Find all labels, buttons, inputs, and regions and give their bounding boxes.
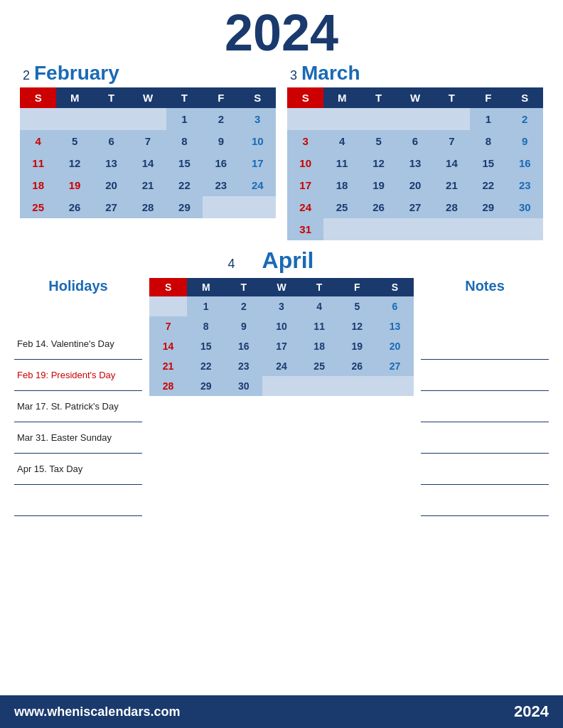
table-row: 28 29 30 (149, 376, 414, 396)
footer-url: www.wheniscalendars.com (14, 705, 180, 719)
table-row: 1 2 3 (20, 108, 276, 130)
mar-cell: 1 (470, 108, 506, 130)
apr-cell: 27 (376, 356, 414, 376)
april-layout: Holidays Feb 14. Valentine's Day Feb 19:… (14, 278, 549, 516)
april-calendar: S M T W T F S 1 2 (149, 278, 414, 396)
feb-th-m: M (56, 87, 92, 108)
holiday-item-3: Mar 17. St. Patrick's Day (14, 391, 142, 422)
mar-cell: 12 (360, 152, 397, 174)
table-row: 7 8 9 10 11 12 13 (149, 316, 414, 336)
mar-cell: 8 (470, 130, 506, 152)
apr-th-s2: S (376, 278, 414, 296)
february-number: 2 (23, 68, 30, 83)
mar-cell (287, 108, 323, 130)
mar-cell: 20 (397, 174, 433, 196)
mar-cell: 6 (397, 130, 433, 152)
mar-cell (360, 108, 397, 130)
apr-cell: 14 (149, 336, 187, 356)
apr-cell: 2 (225, 296, 262, 316)
mar-cell: 7 (434, 130, 470, 152)
mar-cell: 16 (507, 152, 543, 174)
march-name: March (301, 62, 360, 85)
apr-th-m: M (187, 278, 225, 296)
holidays-title: Holidays (14, 278, 142, 297)
bottom-section: 4 April Holidays Feb 14. Valentine's Day… (0, 247, 563, 695)
mar-cell: 29 (470, 196, 506, 218)
apr-cell: 5 (338, 296, 376, 316)
holiday-item-4: Mar 31. Easter Sunday (14, 422, 142, 454)
feb-cell: 25 (20, 196, 56, 218)
apr-cell: 1 (187, 296, 225, 316)
apr-cell: 6 (376, 296, 414, 316)
apr-cell: 15 (187, 336, 225, 356)
apr-cell: 18 (301, 336, 338, 356)
mar-cell: 23 (507, 174, 543, 196)
feb-th-t1: T (93, 87, 129, 108)
feb-th-s1: S (20, 87, 56, 108)
mar-cell: 25 (323, 196, 360, 218)
table-row: 3 4 5 6 7 8 9 (287, 130, 543, 152)
feb-cell: 21 (129, 174, 166, 196)
feb-cell: 4 (20, 130, 56, 152)
mar-cell (397, 218, 433, 240)
note-line-3 (421, 391, 549, 422)
table-row: 17 18 19 20 21 22 23 (287, 174, 543, 196)
apr-cell: 3 (262, 296, 300, 316)
notes-header-spacer (421, 297, 549, 328)
year-title: 2024 (0, 0, 563, 58)
mar-th-s1: S (287, 87, 323, 108)
table-row: 4 5 6 7 8 9 10 (20, 130, 276, 152)
mar-cell (397, 108, 433, 130)
note-line-1 (421, 328, 549, 360)
mar-cell: 11 (323, 152, 360, 174)
apr-cell: 11 (301, 316, 338, 336)
mar-cell (434, 108, 470, 130)
mar-cell: 14 (434, 152, 470, 174)
feb-cell: 28 (129, 196, 166, 218)
mar-cell: 17 (287, 174, 323, 196)
mar-cell: 28 (434, 196, 470, 218)
note-line-4 (421, 422, 549, 454)
table-row: 10 11 12 13 14 15 16 (287, 152, 543, 174)
apr-th-w: W (262, 278, 300, 296)
mar-cell: 31 (287, 218, 323, 240)
apr-cell: 28 (149, 376, 187, 396)
feb-cell: 9 (203, 130, 239, 152)
mar-cell (507, 218, 543, 240)
feb-cell: 11 (20, 152, 56, 174)
table-row: 24 25 26 27 28 29 30 (287, 196, 543, 218)
apr-th-s1: S (149, 278, 187, 296)
apr-th-t2: T (301, 278, 338, 296)
feb-th-t2: T (166, 87, 203, 108)
holiday-item-2: Feb 19: President's Day (14, 360, 142, 391)
apr-cell: 13 (376, 316, 414, 336)
feb-cell: 5 (56, 130, 92, 152)
apr-th-f: F (338, 278, 376, 296)
mar-cell: 10 (287, 152, 323, 174)
mar-cell: 4 (323, 130, 360, 152)
apr-cell: 8 (187, 316, 225, 336)
april-month-name: April (262, 247, 314, 274)
feb-cell (56, 108, 92, 130)
holiday-item-1: Feb 14. Valentine's Day (14, 328, 142, 360)
apr-cell: 10 (262, 316, 300, 336)
apr-cell: 4 (301, 296, 338, 316)
apr-cell: 29 (187, 376, 225, 396)
apr-cell: 7 (149, 316, 187, 336)
feb-cell: 10 (240, 130, 276, 152)
table-row: 11 12 13 14 15 16 17 (20, 152, 276, 174)
note-line-5 (421, 454, 549, 485)
notes-column: Notes (414, 278, 549, 516)
apr-cell: 19 (338, 336, 376, 356)
feb-cell: 7 (129, 130, 166, 152)
table-row: 1 2 3 4 5 6 (149, 296, 414, 316)
feb-cell: 18 (20, 174, 56, 196)
feb-cell (203, 196, 239, 218)
feb-cell: 16 (203, 152, 239, 174)
feb-cell: 27 (93, 196, 129, 218)
table-row: 25 26 27 28 29 (20, 196, 276, 218)
feb-cell (240, 196, 276, 218)
mar-cell (470, 218, 506, 240)
feb-cell: 3 (240, 108, 276, 130)
march-header: 3 March (287, 62, 543, 85)
